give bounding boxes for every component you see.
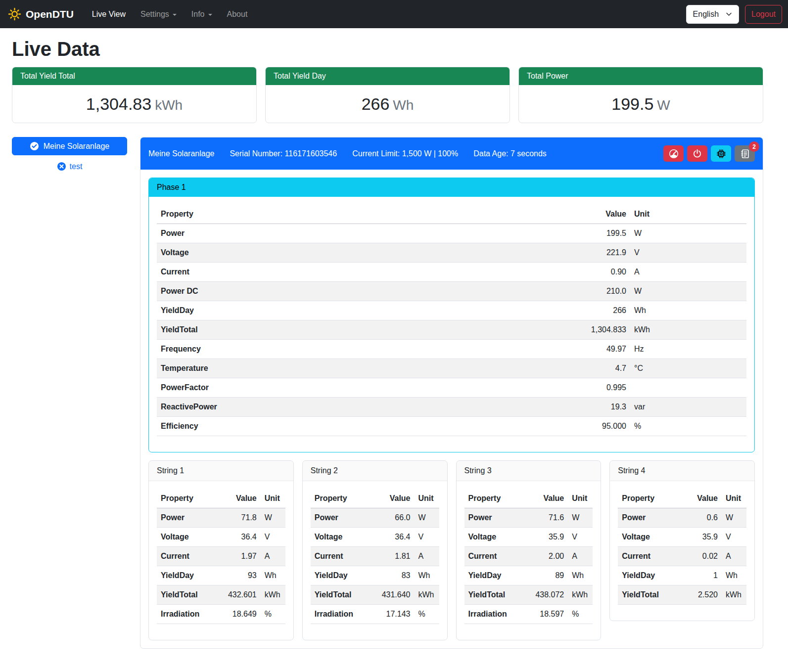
row-unit: W <box>630 282 746 301</box>
table-row: YieldTotal 431.640 kWh <box>311 585 439 605</box>
x-circle-icon[interactable] <box>57 162 66 171</box>
power-button[interactable] <box>687 145 707 162</box>
row-unit: Wh <box>630 301 746 320</box>
nav-item-about[interactable]: About <box>220 6 255 23</box>
language-value: English <box>693 10 719 19</box>
sidebar-item-label: Meine Solaranlage <box>44 142 109 151</box>
table-row: Voltage 36.4 V <box>311 528 439 547</box>
col-unit: Unit <box>415 489 439 508</box>
row-value: 49.97 <box>576 340 630 359</box>
row-unit: % <box>630 417 746 436</box>
page-title: Live Data <box>12 38 763 60</box>
brand[interactable]: OpenDTU <box>8 7 74 21</box>
table-row: Current 1.97 A <box>157 547 285 566</box>
row-property: Frequency <box>157 340 576 359</box>
row-property: YieldTotal <box>618 585 679 605</box>
row-unit: W <box>630 224 746 243</box>
table-row: YieldTotal 432.601 kWh <box>157 585 285 605</box>
row-value: 89 <box>525 566 568 585</box>
row-property: PowerFactor <box>157 378 576 398</box>
table-row: Temperature 4.7 °C <box>157 359 746 378</box>
row-unit: V <box>415 528 439 547</box>
row-property: Irradiation <box>464 605 526 624</box>
col-property: Property <box>311 489 372 508</box>
nav-item-settings[interactable]: Settings <box>133 6 184 23</box>
row-value: 93 <box>218 566 261 585</box>
row-unit: A <box>261 547 285 566</box>
nav-item-live-view[interactable]: Live View <box>85 6 133 23</box>
row-unit: A <box>415 547 439 566</box>
table-row: Power 71.8 W <box>157 508 285 528</box>
event-log-button[interactable]: 2 <box>735 145 755 162</box>
string-3-card: String 3 Property Value Unit <box>456 460 602 640</box>
row-property: ReactivePower <box>157 398 576 417</box>
row-value: 36.4 <box>372 528 415 547</box>
row-unit: V <box>630 243 746 263</box>
table-row: YieldDay 266 Wh <box>157 301 746 320</box>
row-property: YieldTotal <box>464 585 526 605</box>
row-unit: W <box>415 508 439 528</box>
table-row: YieldDay 89 Wh <box>464 566 593 585</box>
row-unit: W <box>722 508 746 528</box>
row-value: 0.6 <box>679 508 722 528</box>
row-property: Voltage <box>618 528 679 547</box>
table-row: YieldTotal 2.520 kWh <box>618 585 746 605</box>
row-property: YieldDay <box>311 566 372 585</box>
card-value-row: 199.5W <box>519 85 763 123</box>
inverter-serial: Serial Number: 116171603546 <box>230 149 337 158</box>
card-value-row: 1,304.83kWh <box>12 85 256 123</box>
row-value: 35.9 <box>525 528 568 547</box>
table-row: YieldTotal 438.072 kWh <box>464 585 593 605</box>
table-row: Irradiation 17.143 % <box>311 605 439 624</box>
table-row: Irradiation 18.649 % <box>157 605 285 624</box>
card-header: Total Power <box>519 67 763 85</box>
row-value: 0.02 <box>679 547 722 566</box>
col-property: Property <box>618 489 679 508</box>
row-value: 2.00 <box>525 547 568 566</box>
sidebar-item-test[interactable]: test <box>12 162 127 171</box>
table-row: YieldDay 83 Wh <box>311 566 439 585</box>
col-unit: Unit <box>630 205 746 224</box>
row-property: YieldTotal <box>311 585 372 605</box>
speedometer-icon <box>669 149 679 159</box>
row-property: Power <box>618 508 679 528</box>
col-unit: Unit <box>568 489 593 508</box>
summary-cards-row: Total Yield Total 1,304.83kWh Total Yiel… <box>12 67 763 123</box>
table-row: Voltage 221.9 V <box>157 243 746 263</box>
row-value: 1,304.833 <box>576 320 630 340</box>
row-unit: Wh <box>415 566 439 585</box>
col-property: Property <box>157 489 218 508</box>
power-icon <box>693 149 702 158</box>
row-property: Efficiency <box>157 417 576 436</box>
logout-button[interactable]: Logout <box>745 5 782 24</box>
device-info-button[interactable] <box>711 145 731 162</box>
table-row: YieldDay 93 Wh <box>157 566 285 585</box>
row-value: 71.8 <box>218 508 261 528</box>
row-unit: A <box>722 547 746 566</box>
phase-1-header: Phase 1 <box>149 178 754 197</box>
row-unit: kWh <box>261 585 285 605</box>
row-property: YieldTotal <box>157 585 218 605</box>
phase-1-card: Phase 1 Property Value Unit <box>148 178 755 452</box>
row-value: 71.6 <box>525 508 568 528</box>
row-property: Voltage <box>157 528 218 547</box>
table-header-row: Property Value Unit <box>157 205 746 224</box>
row-value: 17.143 <box>372 605 415 624</box>
language-select[interactable]: English <box>686 5 739 24</box>
card-value: 199.5 <box>611 94 653 113</box>
brand-label: OpenDTU <box>26 8 74 20</box>
sidebar-item-meine-solaranlage[interactable]: Meine Solaranlage <box>12 137 127 155</box>
limit-settings-button[interactable] <box>663 145 684 162</box>
row-property: Current <box>618 547 679 566</box>
row-unit: Wh <box>568 566 593 585</box>
nav-item-info[interactable]: Info <box>184 6 220 23</box>
table-row: Power 0.6 W <box>618 508 746 528</box>
table-header-row: Property Value Unit <box>618 489 746 508</box>
card-total-power: Total Power 199.5W <box>518 67 763 123</box>
row-value: 19.3 <box>576 398 630 417</box>
table-header-row: Property Value Unit <box>311 489 439 508</box>
row-value: 36.4 <box>218 528 261 547</box>
inverter-panel-body: Phase 1 Property Value Unit <box>140 170 763 648</box>
row-value: 431.640 <box>372 585 415 605</box>
table-row: YieldTotal 1,304.833 kWh <box>157 320 746 340</box>
